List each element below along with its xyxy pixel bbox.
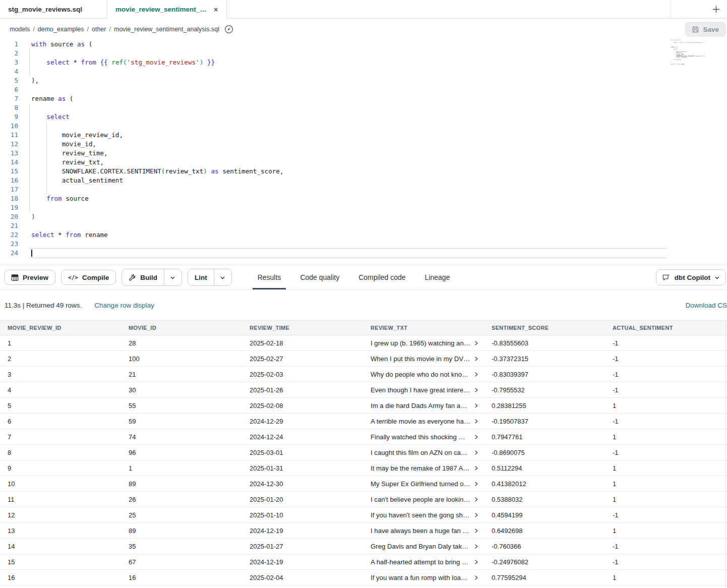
code-line[interactable]: [31, 49, 727, 58]
code-line[interactable]: [31, 221, 727, 230]
cell-value: 28: [121, 339, 242, 347]
new-tab-button[interactable]: [707, 0, 725, 18]
expand-cell-chevron-icon[interactable]: [473, 544, 479, 549]
cell-value: 15: [0, 558, 121, 566]
cell-value: 16: [121, 574, 242, 581]
editor-code[interactable]: with source as ( select * from {{ ref('s…: [31, 40, 727, 258]
file-navigate-icon[interactable]: [224, 25, 233, 34]
editor-tab-1[interactable]: stg_movie_reviews.sql: [0, 0, 107, 18]
expand-cell-chevron-icon[interactable]: [473, 528, 479, 534]
code-line[interactable]: review_time,: [31, 149, 727, 158]
dbt-copilot-button[interactable]: dbt Copilot: [656, 269, 726, 285]
code-line[interactable]: from source: [31, 194, 727, 203]
indent-guide: [29, 49, 30, 76]
close-icon[interactable]: ×: [214, 6, 218, 13]
expand-cell-chevron-icon[interactable]: [473, 419, 479, 424]
cell-value: 8: [0, 449, 121, 456]
cell-value: 1: [0, 339, 121, 347]
results-tab-code-quality[interactable]: Code quality: [294, 265, 345, 289]
line-number: 9: [0, 112, 22, 122]
expand-cell-chevron-icon[interactable]: [473, 575, 479, 580]
build-button[interactable]: Build: [122, 269, 164, 285]
table-row: 15672024-12-19A half-hearted attempt to …: [0, 554, 727, 570]
line-number: 12: [0, 140, 22, 149]
code-line[interactable]: [31, 67, 727, 76]
expand-cell-chevron-icon[interactable]: [473, 434, 479, 440]
code-line[interactable]: review_txt,: [31, 158, 727, 167]
cell-value: -1: [605, 355, 726, 363]
code-line[interactable]: select * from rename: [31, 230, 727, 240]
lint-dropdown-button[interactable]: [214, 269, 231, 285]
download-csv-link[interactable]: Download CSV: [685, 302, 727, 309]
review-txt-cell: If you haven't seen the gong show TV s…: [363, 511, 484, 519]
save-button[interactable]: Save: [685, 22, 726, 37]
cell-value: -0.8690075: [484, 449, 605, 456]
editor-tab-2[interactable]: movie_review_sentiment_…×: [107, 0, 227, 18]
expand-cell-chevron-icon[interactable]: [473, 403, 479, 408]
expand-cell-chevron-icon[interactable]: [473, 481, 479, 487]
code-line[interactable]: ): [31, 212, 727, 221]
code-line[interactable]: [31, 240, 727, 249]
line-number: 20: [0, 212, 22, 221]
lint-button[interactable]: Lint: [188, 269, 214, 285]
cell-value: 35: [121, 543, 242, 550]
expand-cell-chevron-icon[interactable]: [473, 372, 479, 377]
code-line[interactable]: [31, 122, 727, 131]
results-tab-compiled-code[interactable]: Compiled code: [352, 265, 411, 289]
column-header: REVIEW_TXT: [363, 325, 484, 331]
code-line[interactable]: [31, 103, 727, 112]
preview-button[interactable]: Preview: [4, 270, 55, 285]
lint-label: Lint: [195, 274, 207, 281]
compile-button[interactable]: </> Compile: [61, 270, 116, 285]
results-tab-results[interactable]: Results: [252, 265, 287, 289]
code-line[interactable]: [31, 203, 727, 212]
code-line[interactable]: [29, 249, 667, 258]
code-line[interactable]: [31, 185, 727, 194]
code-editor[interactable]: 123456789101112131415161718192021222324 …: [0, 40, 727, 265]
code-line[interactable]: select: [31, 112, 727, 122]
code-line[interactable]: ),: [31, 76, 727, 85]
cell-value: 13: [0, 527, 121, 535]
line-number: 6: [0, 85, 22, 94]
cell-value: 2025-03-01: [242, 449, 363, 456]
text-cursor: [31, 250, 32, 257]
cell-value: -1: [605, 449, 726, 456]
expand-cell-chevron-icon[interactable]: [473, 387, 479, 393]
expand-cell-chevron-icon[interactable]: [473, 356, 479, 362]
expand-cell-chevron-icon[interactable]: [473, 340, 479, 346]
cell-value: 0.6492698: [484, 527, 605, 535]
table-row: 17992024-12-21I really wanted to be able…: [0, 585, 727, 588]
editor-minimap[interactable]: with source as ( select * from {{ ref('s…: [671, 40, 705, 69]
change-row-display-link[interactable]: Change row display: [94, 302, 154, 309]
code-line[interactable]: SNOWFLAKE.CORTEX.SENTIMENT(review_txt) a…: [31, 167, 727, 176]
code-line[interactable]: movie_id,: [31, 140, 727, 149]
cell-value: 0.4594199: [484, 511, 605, 519]
breadcrumb-segment: demo_examples: [38, 26, 84, 33]
code-line[interactable]: rename as (: [31, 94, 727, 103]
cell-value: 2025-01-27: [242, 543, 363, 550]
expand-cell-chevron-icon[interactable]: [473, 559, 479, 565]
code-line[interactable]: actual_sentiment: [31, 176, 727, 185]
cell-value: -1: [605, 386, 726, 394]
expand-cell-chevron-icon[interactable]: [473, 497, 479, 502]
build-dropdown-button[interactable]: [164, 269, 181, 285]
code-line[interactable]: [31, 85, 727, 94]
column-header: SENTIMENT_SCORE: [484, 325, 605, 331]
code-line[interactable]: select * from {{ ref('stg_movie_reviews'…: [31, 58, 727, 67]
results-tab-lineage[interactable]: Lineage: [419, 265, 456, 289]
expand-cell-chevron-icon[interactable]: [473, 465, 479, 471]
review-txt-value: I caught this film on AZN on cable. It s…: [371, 449, 470, 456]
review-txt-cell: I grew up (b. 1965) watching and lovin…: [363, 339, 484, 347]
cell-value: 2025-02-18: [242, 339, 363, 347]
cell-value: 11: [0, 496, 121, 503]
code-line[interactable]: movie_review_id,: [31, 131, 727, 140]
cell-value: 14: [0, 543, 121, 550]
cell-value: -1: [605, 339, 726, 347]
review-txt-value: My Super Ex Girlfriend turned out to b…: [371, 480, 470, 488]
expand-cell-chevron-icon[interactable]: [473, 512, 479, 518]
review-txt-value: Why do people who do not know what…: [371, 371, 470, 378]
expand-cell-chevron-icon[interactable]: [473, 450, 479, 455]
cell-value: 2025-01-26: [242, 386, 363, 394]
review-txt-cell: I can't believe people are looking for a…: [363, 496, 484, 503]
code-line[interactable]: with source as (: [31, 40, 727, 49]
